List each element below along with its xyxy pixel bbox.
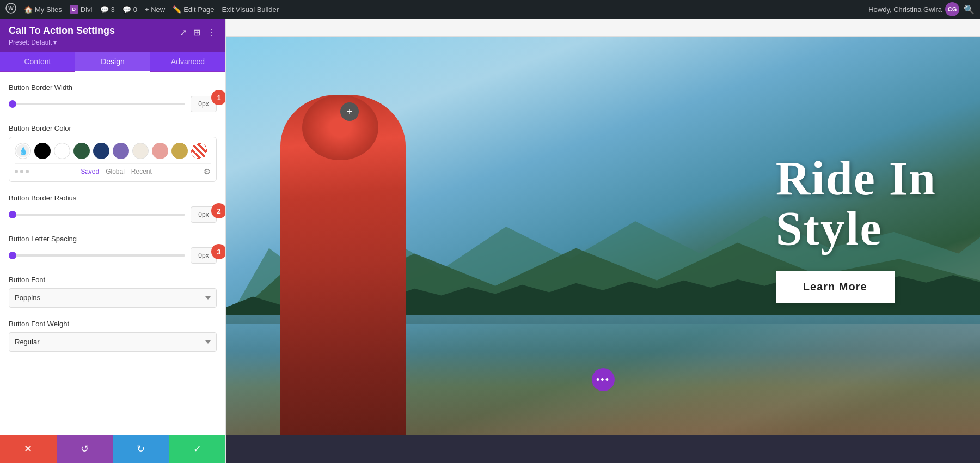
svg-text:W: W <box>8 5 14 11</box>
save-button[interactable]: ✓ <box>169 435 226 463</box>
canvas-top-strip <box>226 19 980 37</box>
button-font-label: Button Font <box>9 276 217 284</box>
admin-bar-left: W 🏠 My Sites D Divi 💬 3 💬 0 + New ✏️ Edi… <box>5 3 860 16</box>
button-border-color-group: Button Border Color 💧 <box>9 124 217 182</box>
color-settings-icon[interactable]: ⚙ <box>204 167 211 176</box>
main-layout: Call To Action Settings Preset: Default … <box>0 19 980 463</box>
hero-text-block: Ride in Style Learn More <box>776 154 936 303</box>
wp-logo-icon[interactable]: W <box>5 3 16 16</box>
admin-bar-right: Howdy, Christina Gwira CG 🔍 <box>868 2 975 16</box>
home-icon: 🏠 <box>24 5 33 14</box>
learn-more-button[interactable]: Learn More <box>776 271 895 303</box>
color-swatch-striped[interactable] <box>191 143 207 159</box>
button-font-weight-select[interactable]: Thin Light Regular Medium Semi Bold Bold… <box>9 332 217 352</box>
step-badge-2: 2 <box>211 203 225 218</box>
person-silhouette <box>270 77 433 435</box>
settings-panel: Call To Action Settings Preset: Default … <box>0 19 226 463</box>
comment-zero-link[interactable]: 💬 0 <box>122 5 137 14</box>
button-font-weight-group: Button Font Weight Thin Light Regular Me… <box>9 320 217 352</box>
slider-thumb-2[interactable] <box>9 211 16 218</box>
admin-bar: W 🏠 My Sites D Divi 💬 3 💬 0 + New ✏️ Edi… <box>0 0 980 19</box>
layout-icon[interactable]: ⊞ <box>192 26 201 39</box>
panel-content: 1 Button Border Width 0px Button Border … <box>0 72 225 435</box>
eyedropper-swatch[interactable]: 💧 <box>15 143 31 159</box>
comment-icon: 💬 <box>100 5 109 14</box>
canvas-area: + Ride in Style Learn More ••• <box>226 19 980 463</box>
undo-button[interactable]: ↺ <box>57 435 113 463</box>
tab-design[interactable]: Design <box>75 52 150 72</box>
color-picker: 💧 <box>9 137 217 182</box>
panel-title: Call To Action Settings <box>9 25 115 37</box>
tab-content[interactable]: Content <box>0 52 75 72</box>
edit-page-link[interactable]: ✏️ Edit Page <box>173 5 214 14</box>
chevron-down-icon: ▾ <box>53 39 57 46</box>
button-font-weight-label: Button Font Weight <box>9 320 217 328</box>
panel-actions: ✕ ↺ ↻ ✓ <box>0 435 225 463</box>
button-border-color-label: Button Border Color <box>9 124 217 132</box>
button-border-radius-group: 2 Button Border Radius 0px <box>9 194 217 223</box>
step-badge-1: 1 <box>211 90 225 105</box>
button-font-group: Button Font Poppins Open Sans Roboto Lat… <box>9 276 217 308</box>
button-border-radius-track[interactable] <box>9 214 185 216</box>
hero-area: + Ride in Style Learn More ••• <box>226 37 980 435</box>
color-dot-2 <box>20 170 23 173</box>
comment-count-link[interactable]: 💬 3 <box>100 5 115 14</box>
avatar: CG <box>945 2 959 16</box>
person-hood <box>302 95 378 160</box>
color-dot-3 <box>26 170 29 173</box>
color-dots <box>15 170 29 173</box>
slider-thumb[interactable] <box>9 100 16 108</box>
button-border-width-slider-row: 0px <box>9 96 217 112</box>
color-tab-saved[interactable]: Saved <box>81 168 99 175</box>
button-border-width-track[interactable] <box>9 103 185 105</box>
eyedropper-icon: 💧 <box>19 147 28 155</box>
panel-tabs: Content Design Advanced <box>0 52 225 72</box>
button-border-radius-label: Button Border Radius <box>9 194 217 202</box>
color-swatches-row: 💧 <box>15 143 211 159</box>
color-swatch-black[interactable] <box>34 143 51 159</box>
search-icon[interactable]: 🔍 <box>964 4 975 15</box>
exit-builder-link[interactable]: Exit Visual Builder <box>222 5 279 14</box>
float-menu-button[interactable]: ••• <box>592 368 615 391</box>
button-border-radius-slider-row: 0px <box>9 206 217 223</box>
button-letter-spacing-track[interactable] <box>9 254 185 257</box>
tab-advanced[interactable]: Advanced <box>150 52 225 72</box>
color-swatch-darkgreen[interactable] <box>74 143 90 159</box>
color-swatch-gold[interactable] <box>171 143 188 159</box>
color-swatch-lavender[interactable] <box>113 143 129 159</box>
step-badge-3: 3 <box>211 244 225 259</box>
more-options-icon[interactable]: ⋮ <box>206 26 217 39</box>
button-letter-spacing-slider-row: 0px <box>9 247 217 264</box>
color-swatch-white[interactable] <box>54 143 70 159</box>
button-letter-spacing-group: 3 Button Letter Spacing 0px <box>9 235 217 264</box>
canvas-bottom-strip <box>226 435 980 463</box>
button-font-select[interactable]: Poppins Open Sans Roboto Lato Montserrat <box>9 288 217 308</box>
divi-icon: D <box>70 5 78 14</box>
resize-icon[interactable]: ⤢ <box>179 26 188 39</box>
cancel-button[interactable]: ✕ <box>0 435 57 463</box>
divi-link[interactable]: D Divi <box>70 5 93 14</box>
add-section-button[interactable]: + <box>340 102 359 121</box>
button-border-width-label: Button Border Width <box>9 83 217 92</box>
hero-title: Ride in Style <box>776 154 936 254</box>
panel-header: Call To Action Settings Preset: Default … <box>0 19 225 52</box>
howdy-user[interactable]: Howdy, Christina Gwira CG <box>868 2 959 16</box>
preset-selector[interactable]: Preset: Default ▾ <box>9 39 115 46</box>
comment-zero-icon: 💬 <box>122 5 131 14</box>
color-dot-1 <box>15 170 18 173</box>
my-sites-link[interactable]: 🏠 My Sites <box>24 5 62 14</box>
color-tab-recent[interactable]: Recent <box>131 168 152 175</box>
cta-button-wrap: Learn More <box>776 271 936 303</box>
color-swatch-navy[interactable] <box>93 143 109 159</box>
color-swatch-salmon[interactable] <box>152 143 168 159</box>
slider-thumb-3[interactable] <box>9 252 16 259</box>
color-tab-global[interactable]: Global <box>106 168 125 175</box>
color-swatch-cream[interactable] <box>132 143 149 159</box>
redo-button[interactable]: ↻ <box>113 435 169 463</box>
button-letter-spacing-label: Button Letter Spacing <box>9 235 217 243</box>
new-link[interactable]: + New <box>145 5 165 14</box>
edit-icon: ✏️ <box>173 5 181 14</box>
button-border-width-group: 1 Button Border Width 0px <box>9 83 217 112</box>
color-tabs-row: Saved Global Recent ⚙ <box>15 163 211 176</box>
panel-header-icons: ⤢ ⊞ ⋮ <box>179 26 217 39</box>
